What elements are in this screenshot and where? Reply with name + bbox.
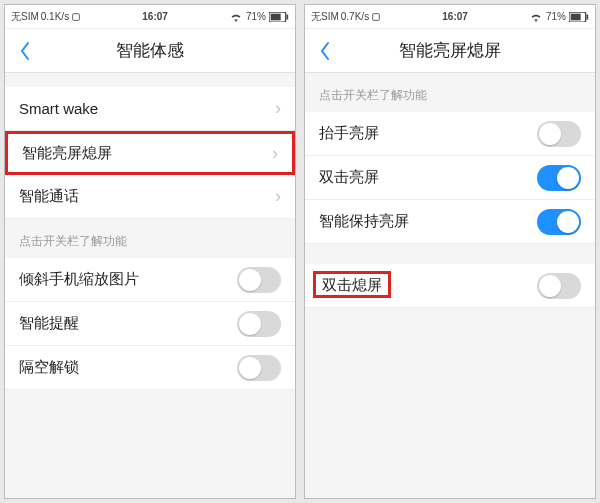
row-label: 隔空解锁 xyxy=(19,358,237,377)
toggle-air-unlock[interactable] xyxy=(237,355,281,381)
toggle-smart-keep-on[interactable] xyxy=(537,209,581,235)
toggle-tilt-zoom[interactable] xyxy=(237,267,281,293)
row-label: Smart wake xyxy=(19,100,275,117)
highlight-label: 双击熄屏 xyxy=(313,271,391,298)
row-label: 智能提醒 xyxy=(19,314,237,333)
wifi-icon xyxy=(529,12,543,22)
row-smart-keep-on[interactable]: 智能保持亮屏 xyxy=(305,200,595,244)
back-button[interactable] xyxy=(305,29,345,72)
wifi-icon xyxy=(229,12,243,22)
row-smart-remind[interactable]: 智能提醒 xyxy=(5,302,295,346)
row-label: 智能保持亮屏 xyxy=(319,212,537,231)
nav-bar: 智能亮屏熄屏 xyxy=(305,29,595,73)
status-speed: 0.1K/s xyxy=(41,11,69,22)
page-title: 智能体感 xyxy=(5,39,295,62)
toggle-double-tap-sleep[interactable] xyxy=(537,273,581,299)
nav-bar: 智能体感 xyxy=(5,29,295,73)
status-battery-pct: 71% xyxy=(546,11,566,22)
toggle-raise-wake[interactable] xyxy=(537,121,581,147)
row-double-tap-sleep[interactable]: 双击熄屏 xyxy=(305,264,595,308)
chevron-left-icon xyxy=(19,41,31,61)
row-smart-screen[interactable]: 智能亮屏熄屏 › xyxy=(5,131,295,175)
row-smart-call[interactable]: 智能通话 › xyxy=(5,175,295,219)
battery-icon xyxy=(269,12,289,22)
status-time: 16:07 xyxy=(381,11,529,22)
section-hint: 点击开关栏了解功能 xyxy=(5,219,295,258)
status-sim: 无SIM xyxy=(11,10,39,24)
status-battery-pct: 71% xyxy=(246,11,266,22)
row-air-unlock[interactable]: 隔空解锁 xyxy=(5,346,295,390)
row-raise-wake[interactable]: 抬手亮屏 xyxy=(305,112,595,156)
row-label: 双击熄屏 xyxy=(319,276,537,295)
toggle-double-tap-wake[interactable] xyxy=(537,165,581,191)
row-label: 抬手亮屏 xyxy=(319,124,537,143)
chevron-right-icon: › xyxy=(275,186,281,207)
card-icon xyxy=(71,12,81,22)
chevron-right-icon: › xyxy=(272,143,278,164)
svg-rect-0 xyxy=(73,13,80,20)
svg-rect-6 xyxy=(571,13,581,20)
svg-rect-2 xyxy=(271,13,281,20)
battery-icon xyxy=(569,12,589,22)
row-label: 双击亮屏 xyxy=(319,168,537,187)
back-button[interactable] xyxy=(5,29,45,72)
settings-list: 点击开关栏了解功能 抬手亮屏 双击亮屏 智能保持亮屏 双击熄屏 xyxy=(305,73,595,498)
row-label: 倾斜手机缩放图片 xyxy=(19,270,237,289)
row-tilt-zoom[interactable]: 倾斜手机缩放图片 xyxy=(5,258,295,302)
section-hint: 点击开关栏了解功能 xyxy=(305,73,595,112)
status-bar: 无SIM 0.7K/s 16:07 71% xyxy=(305,5,595,29)
status-sim: 无SIM xyxy=(311,10,339,24)
toggle-smart-remind[interactable] xyxy=(237,311,281,337)
settings-list: Smart wake › 智能亮屏熄屏 › 智能通话 › 点击开关栏了解功能 倾… xyxy=(5,73,295,498)
svg-rect-7 xyxy=(587,14,589,19)
phone-right: 无SIM 0.7K/s 16:07 71% 智能亮屏熄屏 点击开关栏了解功能 抬… xyxy=(304,4,596,499)
svg-rect-4 xyxy=(373,13,380,20)
chevron-right-icon: › xyxy=(275,98,281,119)
svg-rect-3 xyxy=(287,14,289,19)
status-bar: 无SIM 0.1K/s 16:07 71% xyxy=(5,5,295,29)
status-time: 16:07 xyxy=(81,11,229,22)
card-icon xyxy=(371,12,381,22)
row-double-tap-wake[interactable]: 双击亮屏 xyxy=(305,156,595,200)
row-smart-wake[interactable]: Smart wake › xyxy=(5,87,295,131)
row-label: 智能通话 xyxy=(19,187,275,206)
row-label: 智能亮屏熄屏 xyxy=(22,144,272,163)
page-title: 智能亮屏熄屏 xyxy=(305,39,595,62)
chevron-left-icon xyxy=(319,41,331,61)
phone-left: 无SIM 0.1K/s 16:07 71% 智能体感 Smart wake › … xyxy=(4,4,296,499)
status-speed: 0.7K/s xyxy=(341,11,369,22)
